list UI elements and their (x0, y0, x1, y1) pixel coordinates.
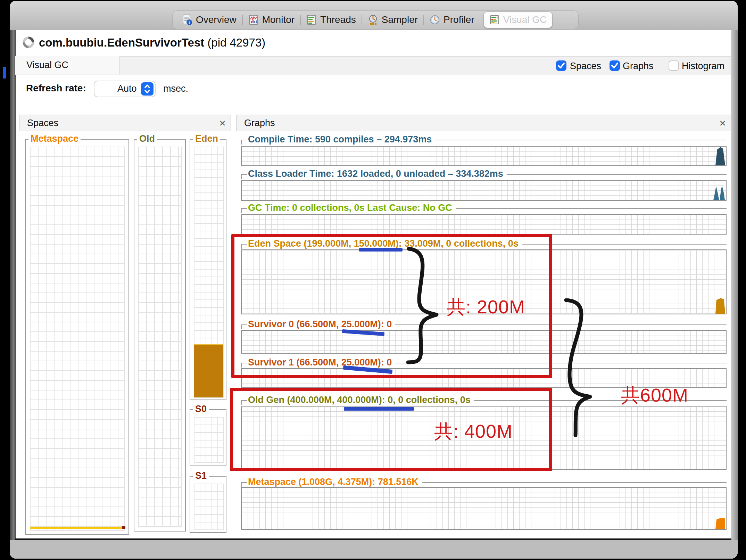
heap-total-brace (566, 300, 590, 435)
young-gen-brace (408, 249, 437, 362)
heap-total-annotation: 共600M (621, 383, 688, 408)
old-total-annotation: 共: 400M (434, 419, 513, 444)
visualvm-window: i Overview Monitor Threads (10, 1, 738, 559)
young-total-annotation: 共: 200M (447, 295, 525, 320)
brace-annotations (10, 1, 738, 559)
background-window-fragment (3, 67, 6, 79)
screenshot-root: { "window_tabs": { "items": [ {"label": … (0, 0, 746, 560)
